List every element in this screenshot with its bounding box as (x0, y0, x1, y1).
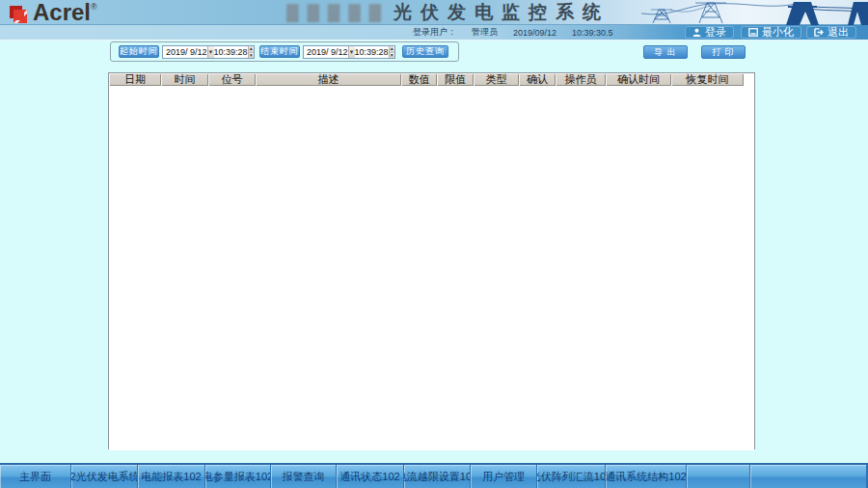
table-column-header[interactable]: 确认时间 (606, 73, 671, 86)
table-column-header[interactable]: 时间 (161, 73, 208, 86)
history-query-button[interactable]: 历史查询 (402, 45, 448, 58)
taskbar-button[interactable]: 报警查询 (271, 465, 337, 488)
taskbar-button[interactable]: 电能报表102 (138, 465, 205, 488)
login-user-value: 管理员 (472, 26, 498, 39)
print-button[interactable]: 打 印 (701, 45, 746, 59)
export-button[interactable]: 导 出 (643, 45, 688, 59)
start-datetime-picker[interactable]: 2019/ 9/12 ▼ 10:39:28 ▲▼ (162, 45, 255, 59)
login-date: 2019/09/12 (513, 28, 556, 38)
table-column-header[interactable]: 描述 (256, 73, 401, 86)
taskbar-button[interactable]: 102光伏发电系统图 (71, 465, 138, 488)
header-band: Acrel ® ▓▓▓▓▓ 光伏发电监控系统 (0, 0, 868, 25)
end-datetime-picker[interactable]: 2019/ 9/12 ▼ 10:39:28 ▲▼ (303, 45, 395, 59)
table-column-header[interactable]: 操作员 (556, 73, 606, 86)
minimize-button-label: 最小化 (762, 25, 794, 40)
start-time-value[interactable]: 10:39:28 (214, 46, 248, 58)
exit-button-label: 退出 (827, 25, 849, 40)
brand-name: Acrel (33, 1, 91, 24)
exit-button[interactable]: 退出 (806, 26, 856, 39)
alarm-history-table: 日期 时间 位号 描述 数值 限值 类型 确认 操作员 确认时间 恢复时间 (108, 72, 755, 449)
spinner-down-icon[interactable]: ▼ (249, 53, 255, 59)
table-column-header[interactable]: 日期 (109, 73, 161, 86)
table-column-header[interactable]: 限值 (437, 73, 474, 86)
sub-header-strip: 登录用户： 管理员 2019/09/12 10:39:30.5 登录 最小化 退… (0, 25, 868, 41)
start-date-dropdown-icon[interactable]: ▼ (207, 46, 214, 58)
page-title: ▓▓▓▓▓ 光伏发电监控系统 (286, 0, 610, 25)
app-title: 光伏发电监控系统 (393, 0, 610, 25)
minimize-icon (748, 28, 758, 37)
taskbar-button[interactable]: 电流越限设置102 (404, 465, 471, 488)
taskbar-button[interactable]: 通讯系统结构102 (606, 465, 687, 488)
login-button-label: 登录 (705, 25, 726, 40)
taskbar-button[interactable]: 用户管理 (471, 465, 537, 488)
user-icon (692, 28, 701, 37)
title-redacted-prefix: ▓▓▓▓▓ (286, 3, 390, 22)
taskbar-button[interactable]: 主界面 (0, 465, 71, 488)
taskbar-button[interactable]: 光伏阵列汇流102 (537, 465, 606, 488)
taskbar-button[interactable] (687, 465, 750, 488)
taskbar-button[interactable]: 通讯状态102 (337, 465, 404, 488)
end-time-button[interactable]: 结束时间 (259, 45, 300, 58)
spinner-down-icon[interactable]: ▼ (390, 53, 395, 59)
transmission-towers-graphic (641, 0, 868, 25)
login-info: 登录用户： 管理员 2019/09/12 10:39:30.5 (413, 25, 613, 40)
table-header-row: 日期 时间 位号 描述 数值 限值 类型 确认 操作员 确认时间 恢复时间 (109, 73, 754, 86)
registered-mark: ® (91, 2, 97, 12)
table-column-header[interactable]: 类型 (474, 73, 519, 86)
end-date-value[interactable]: 2019/ 9/12 (304, 46, 348, 58)
table-column-header[interactable]: 恢复时间 (671, 73, 744, 86)
exit-icon (814, 28, 824, 37)
acrel-logo-icon (7, 3, 30, 26)
time-filter-group: 起始时间 2019/ 9/12 ▼ 10:39:28 ▲▼ 结束时间 2019/… (110, 41, 459, 62)
table-body[interactable] (109, 86, 754, 450)
table-column-header[interactable]: 数值 (401, 73, 437, 86)
login-button[interactable]: 登录 (685, 26, 734, 39)
taskbar-button[interactable]: 电参量报表102 (205, 465, 271, 488)
minimize-button[interactable]: 最小化 (741, 26, 801, 39)
login-user-label: 登录用户： (413, 26, 456, 39)
end-time-spinner[interactable]: ▲▼ (389, 46, 395, 58)
bottom-taskbar: 主界面 102光伏发电系统图 电能报表102 电参量报表102 报警查询 通讯状… (0, 463, 868, 488)
end-time-value[interactable]: 10:39:28 (355, 46, 389, 58)
table-column-header[interactable]: 位号 (208, 73, 256, 86)
start-time-button[interactable]: 起始时间 (119, 45, 159, 58)
login-time: 10:39:30.5 (572, 28, 613, 38)
start-date-value[interactable]: 2019/ 9/12 (163, 46, 207, 58)
brand-logo: Acrel ® (7, 1, 97, 26)
table-column-header[interactable]: 确认 (519, 73, 556, 86)
taskbar-button[interactable] (750, 465, 867, 488)
start-time-spinner[interactable]: ▲▼ (248, 46, 255, 58)
end-date-dropdown-icon[interactable]: ▼ (348, 46, 355, 58)
